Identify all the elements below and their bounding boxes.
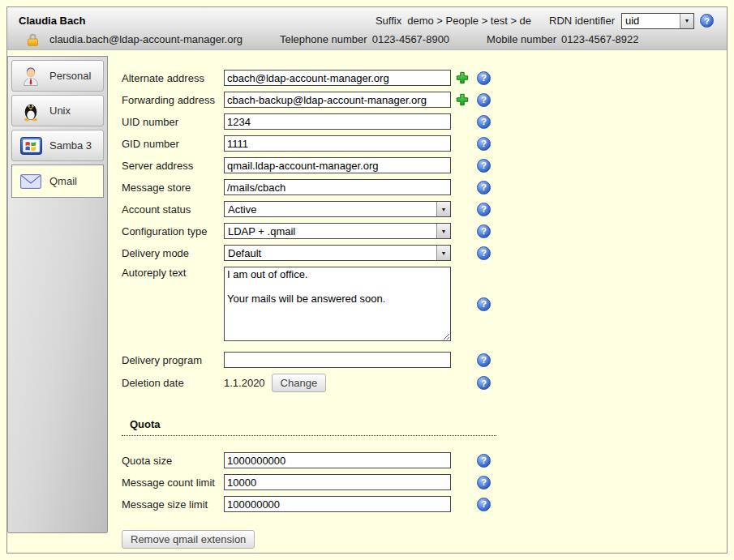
delivery-program-input[interactable] <box>224 352 451 368</box>
suffix-label: Suffix <box>376 15 401 27</box>
help-icon[interactable]: ? <box>700 14 714 28</box>
tab-personal[interactable]: Personal <box>11 60 104 92</box>
qmail-form: Alternate address ? Forwarding address <box>122 70 496 549</box>
forwarding-address-input[interactable] <box>224 92 451 108</box>
account-status-selected-value: Active <box>225 203 436 216</box>
help-icon[interactable]: ? <box>477 476 491 489</box>
help-icon[interactable]: ? <box>477 246 491 260</box>
message-store-label: Message store <box>122 182 224 194</box>
help-icon[interactable]: ? <box>477 297 491 311</box>
account-editor-window: Claudia Bach Suffix demo > People > test… <box>6 6 728 554</box>
help-icon[interactable]: ? <box>477 498 491 511</box>
tab-unix-label: Unix <box>49 105 71 117</box>
delivery-program-label: Delivery program <box>122 354 224 366</box>
delivery-mode-select[interactable]: Default ▼ <box>224 245 451 261</box>
envelope-icon <box>19 170 43 193</box>
add-alternate-address-button[interactable] <box>451 71 474 85</box>
row-quota-size: Quota size ? <box>122 452 496 468</box>
help-icon[interactable]: ? <box>477 93 491 107</box>
row-delivery-program: Delivery program ? <box>122 352 496 368</box>
tab-personal-label: Personal <box>49 70 91 82</box>
gid-number-input[interactable] <box>224 135 451 152</box>
server-address-input[interactable] <box>224 157 451 173</box>
help-icon[interactable]: ? <box>477 376 491 390</box>
message-size-limit-input[interactable] <box>224 496 451 512</box>
tab-samba3[interactable]: Samba 3 <box>11 130 104 161</box>
help-icon[interactable]: ? <box>477 137 491 151</box>
add-forwarding-address-button[interactable] <box>451 92 474 107</box>
page-body: Personal Unix <box>7 50 727 553</box>
configuration-type-select[interactable]: LDAP + .qmail ▼ <box>224 223 451 239</box>
message-count-limit-input[interactable] <box>224 474 451 490</box>
tab-samba3-label: Samba 3 <box>49 139 92 152</box>
chevron-down-icon[interactable]: ▼ <box>436 224 450 238</box>
help-icon[interactable]: ? <box>477 454 491 468</box>
telephone-info: Telephone number 0123-4567-8900 <box>280 33 449 45</box>
tab-qmail[interactable]: Qmail <box>11 165 104 198</box>
account-title: Claudia Bach <box>19 15 85 27</box>
server-address-label: Server address <box>122 160 224 172</box>
autoreply-text-area[interactable]: I am out of office. Your mails will be a… <box>224 267 451 341</box>
row-delivery-mode: Delivery mode Default ▼ ? <box>122 245 496 261</box>
quota-size-input[interactable] <box>224 452 451 468</box>
help-icon[interactable]: ? <box>477 71 491 85</box>
account-status-label: Account status <box>122 203 224 216</box>
title-bar-row1: Claudia Bach Suffix demo > People > test… <box>7 7 727 28</box>
mobile-label: Mobile number <box>487 33 556 45</box>
help-icon[interactable]: ? <box>477 203 491 216</box>
row-configuration-type: Configuration type LDAP + .qmail ▼ ? <box>122 223 496 239</box>
row-account-status: Account status Active ▼ ? <box>122 201 496 217</box>
help-icon[interactable]: ? <box>477 353 491 367</box>
row-forwarding-address: Forwarding address ? <box>122 92 496 108</box>
deletion-date-value: 1.1.2020 <box>224 377 265 389</box>
autoreply-text-label: Autoreply text <box>122 267 224 279</box>
title-bar-row2: claudia.bach@ldap-account-manager.org Te… <box>7 28 727 46</box>
row-message-count-limit: Message count limit ? <box>122 474 496 490</box>
configuration-type-label: Configuration type <box>122 225 224 237</box>
telephone-label: Telephone number <box>280 33 367 45</box>
delivery-mode-label: Delivery mode <box>122 247 224 259</box>
chevron-down-icon[interactable]: ▼ <box>680 14 693 28</box>
message-store-input[interactable] <box>224 179 451 195</box>
uid-number-input[interactable] <box>224 113 451 130</box>
alternate-address-label: Alternate address <box>122 72 224 84</box>
row-message-store: Message store ? <box>122 179 496 195</box>
uid-number-label: UID number <box>122 116 224 128</box>
deletion-date-label: Deletion date <box>122 377 224 389</box>
tab-unix[interactable]: Unix <box>11 95 104 126</box>
lock-icon <box>27 32 39 46</box>
telephone-value: 0123-4567-8900 <box>372 33 449 45</box>
quota-size-label: Quota size <box>122 455 224 467</box>
message-count-limit-label: Message count limit <box>122 477 224 489</box>
row-server-address: Server address ? <box>122 157 496 173</box>
change-deletion-date-button[interactable]: Change <box>272 374 327 392</box>
row-gid-number: GID number ? <box>122 135 496 152</box>
help-icon[interactable]: ? <box>477 224 491 238</box>
row-message-size-limit: Message size limit ? <box>122 496 496 512</box>
module-tab-sidebar: Personal Unix <box>7 56 108 533</box>
plus-icon <box>455 92 470 107</box>
mobile-info: Mobile number 0123-4567-8922 <box>487 33 638 45</box>
page: { "colors": { "page_background": "#ffffe… <box>0 0 734 560</box>
rdn-identifier-select[interactable]: uid ▼ <box>621 13 694 29</box>
row-alternate-address: Alternate address ? <box>122 70 496 86</box>
help-icon[interactable]: ? <box>477 115 491 129</box>
account-status-select[interactable]: Active ▼ <box>224 201 451 217</box>
chevron-down-icon[interactable]: ▼ <box>436 246 450 260</box>
configuration-type-selected-value: LDAP + .qmail <box>225 225 436 237</box>
plus-icon <box>455 71 470 85</box>
help-icon[interactable]: ? <box>477 181 491 195</box>
gid-number-label: GID number <box>122 138 224 150</box>
remove-qmail-extension-button[interactable]: Remove qmail extension <box>122 530 255 549</box>
row-deletion-date: Deletion date 1.1.2020 Change ? <box>122 374 496 392</box>
message-size-limit-label: Message size limit <box>122 498 224 511</box>
help-icon[interactable]: ? <box>477 159 491 173</box>
tab-qmail-label: Qmail <box>49 175 77 187</box>
row-autoreply-text: Autoreply text I am out of office. Your … <box>122 267 496 341</box>
quota-heading-text: Quota <box>130 418 161 430</box>
chevron-down-icon[interactable]: ▼ <box>436 202 450 216</box>
rdn-identifier-label: RDN identifier <box>549 15 615 27</box>
delivery-mode-selected-value: Default <box>225 247 436 259</box>
alternate-address-input[interactable] <box>224 70 451 86</box>
row-uid-number: UID number ? <box>122 113 496 130</box>
